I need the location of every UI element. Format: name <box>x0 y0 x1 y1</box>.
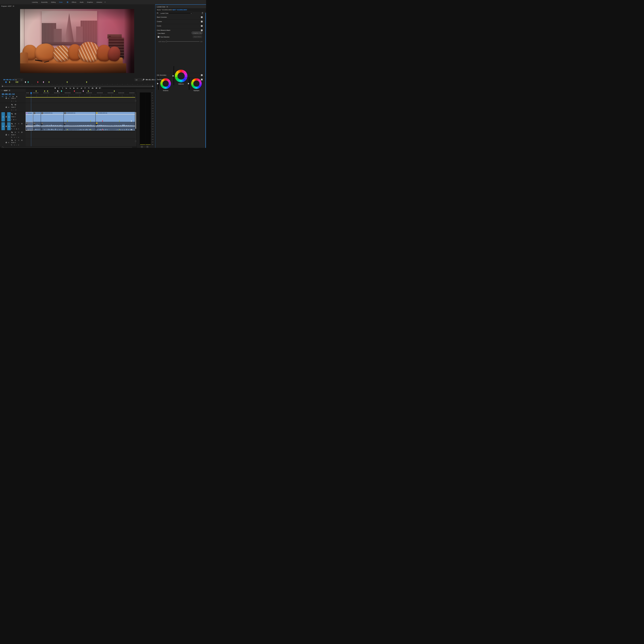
program-settings-wrench-icon[interactable] <box>142 79 145 81</box>
track-id[interactable]: V3 <box>8 98 9 99</box>
fx-badge-icon[interactable]: fx <box>26 112 28 114</box>
track-id[interactable]: A2 <box>8 134 9 135</box>
sequence-marker[interactable] <box>16 81 17 83</box>
sequence-marker[interactable] <box>37 81 38 83</box>
track-name[interactable]: Video 1 <box>11 116 16 117</box>
track-lock-icon[interactable] <box>5 116 7 118</box>
track-header-a2[interactable]: A2 M S Audio 2 ◀◇▶ <box>0 131 26 139</box>
sequence-marker[interactable] <box>43 81 44 83</box>
voiceover-mic-icon[interactable] <box>21 123 23 125</box>
fx-badge-icon[interactable]: fx <box>41 112 43 114</box>
close-icon[interactable]: × <box>2 90 2 91</box>
section-basic-correction[interactable]: Basic Correction <box>155 15 206 20</box>
sequence-marker[interactable] <box>49 81 49 83</box>
solo-button[interactable]: S <box>18 132 20 133</box>
meter-solo-left-button[interactable]: S <box>141 146 143 148</box>
timeline-track-area[interactable]: :00:0000:00:05:0000:00:10:0000:00:15:000… <box>26 89 136 148</box>
audio-clip[interactable]: LR fx <box>41 122 63 130</box>
keyframe-type-icon[interactable] <box>11 137 12 138</box>
audio-clip[interactable]: LR fx <box>26 122 33 130</box>
mute-button[interactable]: M <box>14 123 16 124</box>
track-id[interactable]: A3 <box>8 142 9 143</box>
voiceover-mic-icon[interactable] <box>21 131 23 133</box>
video-clip[interactable]: fx AC160035.MOV [V] <box>41 112 63 122</box>
comparison-view-button[interactable]: Comparison View <box>192 32 202 34</box>
track-header-a1[interactable]: A1 A1 M S Audio 1 ◀◆▶ <box>0 122 26 131</box>
program-scrollbar[interactable] <box>2 86 153 87</box>
source-patch-a1[interactable]: A1 <box>1 122 5 130</box>
next-keyframe-icon[interactable]: ▶ <box>18 137 19 138</box>
sequence-marker[interactable] <box>57 90 58 92</box>
source-patch-v1[interactable]: V1 <box>1 112 5 121</box>
audio-meter[interactable] <box>140 92 151 145</box>
voiceover-mic-icon[interactable] <box>21 139 23 141</box>
section-checkbox[interactable] <box>201 79 203 80</box>
video-clip[interactable]: fx AC160010 <box>33 112 41 122</box>
section-vignette[interactable]: Vignette <box>155 77 206 82</box>
track-lock-icon[interactable] <box>5 106 7 108</box>
effect-dropdown[interactable]: Lumetri Color <box>159 12 193 15</box>
workspace-tab-learning[interactable]: Learning <box>32 1 38 3</box>
prev-keyframe-icon[interactable]: ◀ <box>14 128 15 129</box>
video-clip[interactable]: fx AC1630 <box>26 112 33 122</box>
workspace-tab-color[interactable]: Color <box>59 1 63 3</box>
fx-badge-icon[interactable]: fx <box>96 122 98 124</box>
prev-keyframe-icon[interactable]: ◀ <box>11 119 12 120</box>
sequence-marker[interactable] <box>47 90 48 92</box>
zoom-level-dropdown[interactable]: Fit <box>14 78 23 81</box>
fx-badge-icon[interactable]: fx <box>34 122 35 124</box>
sequence-marker[interactable] <box>36 90 37 92</box>
track-header-a3[interactable]: A3 M S Audio 3 ◀◇▶ <box>0 139 26 146</box>
keyframe-icon[interactable]: ◇ <box>13 109 14 111</box>
track-name[interactable]: Video 3 <box>11 98 16 99</box>
timeline-horizontal-scrollbar[interactable] <box>0 146 136 148</box>
program-marker-strip[interactable] <box>0 81 155 83</box>
next-keyframe-icon[interactable]: ▶ <box>16 100 16 102</box>
fx-badge-icon[interactable]: fx <box>41 122 43 124</box>
hdr-white-slider-track[interactable] <box>167 41 200 42</box>
keyframe-icon[interactable]: ◇ <box>16 144 17 146</box>
keyframe-icon[interactable]: ◇ <box>13 100 14 102</box>
prev-keyframe-icon[interactable]: ◀ <box>11 109 12 111</box>
workspace-tab-assembly[interactable]: Assembly <box>41 1 48 3</box>
next-keyframe-icon[interactable]: ▶ <box>16 119 16 120</box>
sequence-marker[interactable] <box>83 90 84 92</box>
sequence-marker[interactable] <box>17 81 18 83</box>
fx-badge-icon[interactable]: fx <box>64 112 66 114</box>
section-checkbox[interactable] <box>201 74 203 76</box>
audio-clip[interactable]: LR fx <box>33 122 41 130</box>
sync-lock-icon[interactable] <box>11 113 13 115</box>
timeline-vertical-scroll-thumb[interactable] <box>135 112 136 129</box>
master-clip-selector[interactable]: Master * AC160013.MOV <box>157 9 174 11</box>
program-mini-ruler[interactable] <box>1 83 154 85</box>
program-timecode[interactable]: 00:00:02:14 <box>3 79 14 81</box>
track-name[interactable]: Audio 1 <box>11 125 16 127</box>
section-checkbox[interactable] <box>201 25 203 27</box>
sequence-marker[interactable] <box>44 90 45 92</box>
prev-keyframe-icon[interactable]: ◀ <box>11 100 12 102</box>
sync-lock-icon[interactable] <box>11 139 13 141</box>
lumetri-scrollbar[interactable] <box>205 13 206 148</box>
program-video-preview[interactable] <box>20 9 134 73</box>
next-keyframe-icon[interactable]: ▶ <box>16 109 16 111</box>
face-detection-checkbox[interactable] <box>158 36 159 38</box>
track-a3[interactable] <box>26 139 136 146</box>
track-id[interactable]: V2 <box>8 107 9 108</box>
sync-lock-icon[interactable] <box>11 104 13 105</box>
prev-keyframe-icon[interactable]: ◀ <box>14 144 15 146</box>
keyframe-icon[interactable]: ◇ <box>16 137 17 138</box>
workspace-tab-menu-icon[interactable] <box>67 2 68 3</box>
sequence-marker[interactable] <box>61 90 62 92</box>
track-v3[interactable] <box>26 97 136 103</box>
track-target-a1[interactable]: A1 <box>7 122 11 130</box>
sequence-marker[interactable] <box>114 90 115 92</box>
section-hsl-secondary[interactable]: HSL Secondary <box>155 73 206 78</box>
track-header-v3[interactable]: V3 Video 3 ◀◇▶ <box>0 97 26 103</box>
keyframe-icon[interactable]: ◆ <box>13 119 14 120</box>
prev-keyframe-icon[interactable]: ◀ <box>14 137 15 138</box>
workspace-tab-editing[interactable]: Editing <box>51 1 56 3</box>
solo-button[interactable]: S <box>18 123 20 124</box>
scrollbar-cap[interactable] <box>135 140 136 142</box>
workspace-tab-audio[interactable]: Audio <box>80 1 83 3</box>
sync-lock-icon[interactable] <box>11 123 13 125</box>
